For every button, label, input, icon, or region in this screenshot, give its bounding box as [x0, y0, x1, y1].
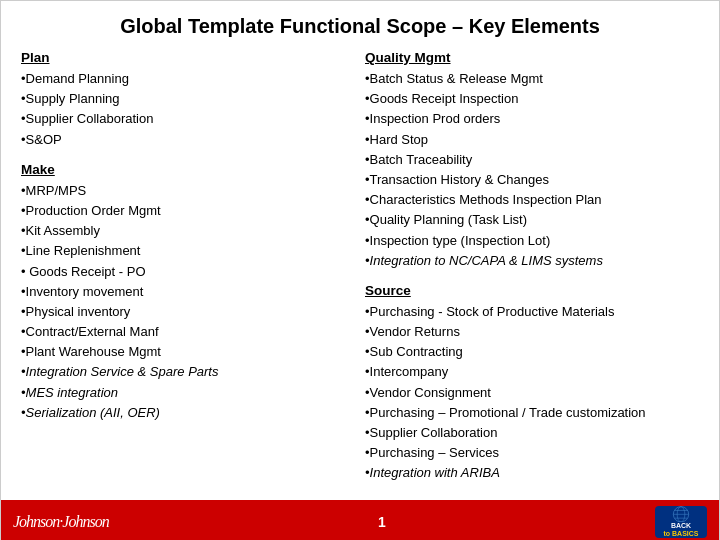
list-item: •Characteristics Methods Inspection Plan — [365, 190, 699, 210]
section-quality_mgmt: Quality Mgmt•Batch Status & Release Mgmt… — [365, 50, 699, 271]
list-item: •Sub Contracting — [365, 342, 699, 362]
list-item: •Line Replenishment — [21, 241, 355, 261]
list-item: •Transaction History & Changes — [365, 170, 699, 190]
list-item: •Integration to NC/CAPA & LIMS systems — [365, 251, 699, 271]
list-item: •Kit Assembly — [21, 221, 355, 241]
list-item: •MRP/MPS — [21, 181, 355, 201]
list-item: •Plant Warehouse Mgmt — [21, 342, 355, 362]
list-item: •Intercompany — [365, 362, 699, 382]
list-item: •Supplier Collaboration — [21, 109, 355, 129]
globe-icon — [668, 506, 694, 523]
list-item: •Batch Status & Release Mgmt — [365, 69, 699, 89]
section-make: Make•MRP/MPS•Production Order Mgmt•Kit A… — [21, 162, 355, 423]
slide-container: Global Template Functional Scope – Key E… — [0, 0, 720, 540]
list-item: •Integration Service & Spare Parts — [21, 362, 355, 382]
list-item: •Vendor Consignment — [365, 383, 699, 403]
slide-body: Plan•Demand Planning•Supply Planning•Sup… — [1, 46, 719, 500]
list-item: •Inventory movement — [21, 282, 355, 302]
list-item: •Inspection type (Inspection Lot) — [365, 231, 699, 251]
list-item: •Contract/External Manf — [21, 322, 355, 342]
section-plan: Plan•Demand Planning•Supply Planning•Sup… — [21, 50, 355, 150]
list-item: •Production Order Mgmt — [21, 201, 355, 221]
list-item: •Supplier Collaboration — [365, 423, 699, 443]
right-column: Quality Mgmt•Batch Status & Release Mgmt… — [365, 50, 699, 496]
section-title-source: Source — [365, 283, 699, 298]
list-item: •Purchasing - Stock of Productive Materi… — [365, 302, 699, 322]
list-item: •Demand Planning — [21, 69, 355, 89]
list-item: •Integration with ARIBA — [365, 463, 699, 483]
logo-left: Johnson·Johnson — [13, 513, 109, 531]
list-item: •S&OP — [21, 130, 355, 150]
list-item: •Inspection Prod orders — [365, 109, 699, 129]
list-item: •Quality Planning (Task List) — [365, 210, 699, 230]
footer-right: BACK to BASICS — [655, 506, 707, 538]
jj-logo-text: Johnson·Johnson — [13, 513, 109, 530]
section-title-quality_mgmt: Quality Mgmt — [365, 50, 699, 65]
slide-title: Global Template Functional Scope – Key E… — [120, 15, 600, 37]
page-number: 1 — [378, 514, 386, 530]
section-title-plan: Plan — [21, 50, 355, 65]
slide-footer: Johnson·Johnson 1 BACK to BASICS — [1, 500, 719, 540]
list-item: •Supply Planning — [21, 89, 355, 109]
section-title-make: Make — [21, 162, 355, 177]
list-item: • Goods Receipt - PO — [21, 262, 355, 282]
left-column: Plan•Demand Planning•Supply Planning•Sup… — [21, 50, 355, 496]
list-item: •Goods Receipt Inspection — [365, 89, 699, 109]
list-item: •Serialization (AII, OER) — [21, 403, 355, 423]
list-item: •Purchasing – Services — [365, 443, 699, 463]
slide-header: Global Template Functional Scope – Key E… — [1, 1, 719, 46]
back-text: BACK — [664, 522, 699, 530]
basics-text: to BASICS — [664, 530, 699, 538]
list-item: •Physical inventory — [21, 302, 355, 322]
logo-right: BACK to BASICS — [655, 506, 707, 538]
list-item: •Hard Stop — [365, 130, 699, 150]
list-item: •Batch Traceability — [365, 150, 699, 170]
list-item: •Purchasing – Promotional / Trade custom… — [365, 403, 699, 423]
list-item: •MES integration — [21, 383, 355, 403]
section-source: Source•Purchasing - Stock of Productive … — [365, 283, 699, 484]
list-item: •Vendor Returns — [365, 322, 699, 342]
